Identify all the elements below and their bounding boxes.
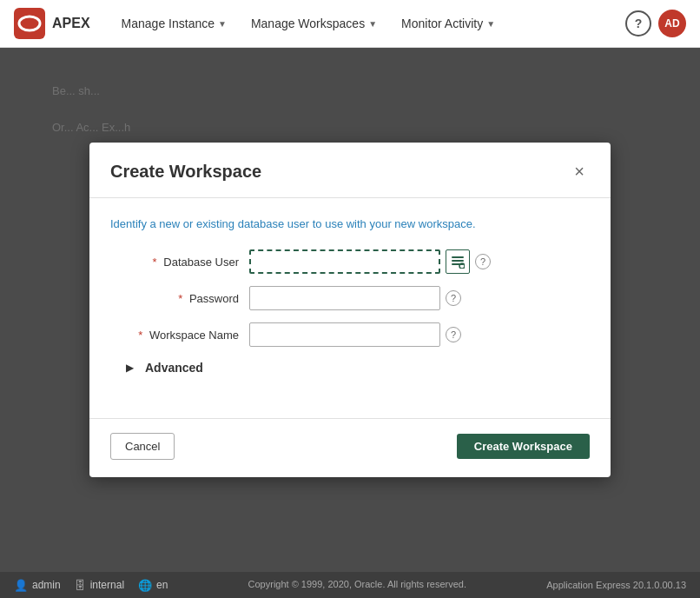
workspace-name-help-icon[interactable]: ? <box>446 327 461 342</box>
database-user-group: * Database User ? <box>110 249 590 274</box>
workspace-name-label: * Workspace Name <box>110 329 249 342</box>
footer-bar: 👤 admin 🗄 internal 🌐 en Copyright © 1999… <box>0 572 700 598</box>
footer-lang-item[interactable]: 🌐 en <box>138 579 168 592</box>
modal-close-button[interactable]: × <box>569 160 590 183</box>
user-icon: 👤 <box>14 579 28 592</box>
navbar: APEX Manage Instance ▼ Manage Workspaces… <box>0 0 700 48</box>
password-input-wrap: ? <box>249 286 590 310</box>
chevron-down-icon: ▼ <box>486 19 495 29</box>
brand-name: APEX <box>52 16 90 31</box>
nav-manage-workspaces[interactable]: Manage Workspaces ▼ <box>241 11 387 36</box>
footer-user-item[interactable]: 👤 admin <box>14 579 61 592</box>
password-label: * Password <box>110 292 249 305</box>
nav-manage-instance-label: Manage Instance <box>122 17 215 30</box>
workspace-name-input[interactable] <box>249 322 440 347</box>
globe-icon: 🌐 <box>138 579 152 592</box>
modal-header: Create Workspace × <box>89 143 611 198</box>
footer-version: Application Express 20.1.0.00.13 <box>546 580 686 590</box>
logo-area: APEX <box>14 8 90 39</box>
modal-description: Identify a new or existing database user… <box>110 216 590 233</box>
workspace-name-input-wrap: ? <box>249 322 590 347</box>
list-icon <box>451 255 465 269</box>
database-user-list-button[interactable] <box>446 249 470 274</box>
navbar-right: ? AD <box>625 10 686 37</box>
footer-internal-label: internal <box>90 579 124 591</box>
required-star: * <box>138 329 142 342</box>
password-group: * Password ? <box>110 286 590 310</box>
advanced-row: ▶ Advanced <box>110 359 590 376</box>
database-icon: 🗄 <box>75 579 86 592</box>
chevron-down-icon: ▼ <box>368 19 377 29</box>
modal-body: Identify a new or existing database user… <box>89 198 611 402</box>
footer-internal-item[interactable]: 🗄 internal <box>75 579 124 592</box>
nav-manage-instance[interactable]: Manage Instance ▼ <box>111 11 237 36</box>
modal-overlay: Create Workspace × Identify a new or exi… <box>0 48 700 572</box>
password-help-icon[interactable]: ? <box>446 290 461 306</box>
nav-monitor-activity-label: Monitor Activity <box>401 17 483 30</box>
question-icon: ? <box>635 17 643 30</box>
create-workspace-modal: Create Workspace × Identify a new or exi… <box>89 143 611 478</box>
nav-manage-workspaces-label: Manage Workspaces <box>251 17 365 30</box>
modal-footer: Cancel Create Workspace <box>89 418 611 477</box>
cancel-button[interactable]: Cancel <box>110 433 175 460</box>
required-star: * <box>153 256 157 269</box>
apex-logo-icon <box>14 8 45 39</box>
modal-title: Create Workspace <box>110 162 261 182</box>
database-user-input-wrap: ? <box>249 249 590 274</box>
password-input[interactable] <box>249 286 440 310</box>
footer-left: 👤 admin 🗄 internal 🌐 en <box>14 579 168 592</box>
required-star: * <box>178 292 182 305</box>
footer-copyright: Copyright © 1999, 2020, Oracle. All righ… <box>248 578 466 591</box>
advanced-label: Advanced <box>145 361 203 375</box>
database-user-label: * Database User <box>110 256 249 269</box>
footer-lang-label: en <box>156 579 168 591</box>
database-user-input[interactable] <box>249 249 440 274</box>
database-user-help-icon[interactable]: ? <box>475 254 491 269</box>
user-initials: AD <box>664 17 679 30</box>
footer-user-label: admin <box>32 579 61 591</box>
chevron-down-icon: ▼ <box>218 19 227 29</box>
nav-monitor-activity[interactable]: Monitor Activity ▼ <box>391 11 505 36</box>
help-button[interactable]: ? <box>625 10 651 37</box>
nav-items: Manage Instance ▼ Manage Workspaces ▼ Mo… <box>111 11 625 36</box>
advanced-toggle-button[interactable]: ▶ <box>121 359 138 376</box>
workspace-name-group: * Workspace Name ? <box>110 322 590 347</box>
user-avatar[interactable]: AD <box>658 10 686 37</box>
svg-rect-2 <box>452 256 464 258</box>
create-workspace-button[interactable]: Create Workspace <box>457 434 590 459</box>
svg-rect-3 <box>452 260 464 262</box>
